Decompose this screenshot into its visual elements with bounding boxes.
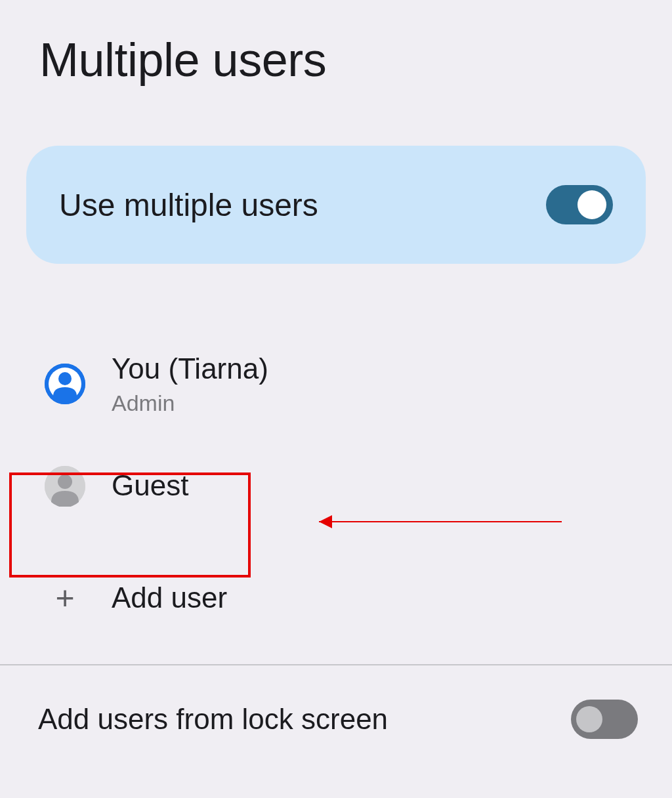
user-text-block: You (Tiarna) Admin [112,352,268,416]
switch-knob-icon [578,190,606,219]
user-primary-name: You (Tiarna) [112,352,268,387]
svg-point-2 [58,372,72,385]
use-multiple-users-label: Use multiple users [59,187,318,223]
add-users-lock-screen-switch[interactable] [571,700,638,739]
plus-icon: + [45,578,85,618]
user-guest-name: Guest [112,469,188,503]
use-multiple-users-toggle-card[interactable]: Use multiple users [26,146,646,264]
add-users-lock-screen-row[interactable]: Add users from lock screen [0,665,672,773]
user-list: You (Tiarna) Admin Guest + Add user [0,336,672,644]
add-user-label: Add user [112,581,227,614]
user-row-guest[interactable]: Guest [0,432,672,541]
user-text-block: Guest [112,469,188,503]
use-multiple-users-switch[interactable] [546,185,613,224]
user-primary-role: Admin [112,390,268,416]
user-row-primary[interactable]: You (Tiarna) Admin [0,336,672,432]
add-user-button[interactable]: + Add user [0,551,672,644]
page-title: Multiple users [0,0,672,106]
switch-knob-icon [576,706,602,732]
add-users-lock-screen-label: Add users from lock screen [38,703,388,736]
svg-point-4 [58,474,72,489]
user-avatar-icon [45,364,85,404]
guest-avatar-icon [45,466,85,507]
